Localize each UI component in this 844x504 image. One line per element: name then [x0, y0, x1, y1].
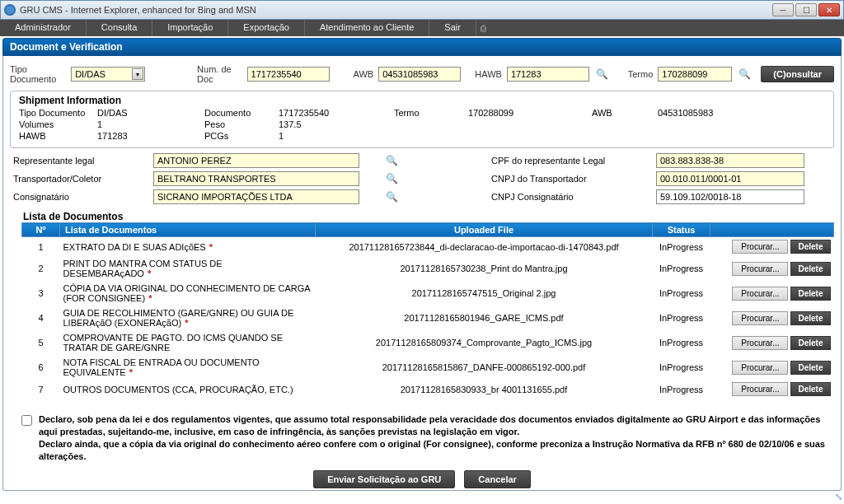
ship-documento-lbl: Documento	[204, 108, 279, 118]
search-icon[interactable]: 🔍	[386, 191, 398, 203]
status-cell: InProgress	[653, 380, 710, 399]
enviar-button[interactable]: Enviar Solicitação ao GRU	[313, 470, 455, 488]
consignatario-label: Consignatário	[13, 192, 153, 202]
uploaded-file: 20171128165809374_Comprovante_Pagto_ICMS…	[316, 330, 653, 355]
delete-button[interactable]: Delete	[790, 311, 830, 325]
menu-administrador[interactable]: Administrador	[0, 20, 87, 36]
search-row: Tipo Documento DI/DAS ▾ Num. de Doc AWB …	[10, 61, 834, 91]
delete-button[interactable]: Delete	[790, 262, 830, 276]
termo-label: Termo	[628, 69, 654, 79]
num-doc-input[interactable]	[247, 67, 330, 82]
ship-pcgs-lbl: PCGs	[204, 131, 279, 141]
procurar-button[interactable]: Procurar...	[732, 287, 788, 301]
cnpj-consig-input[interactable]	[656, 189, 804, 204]
search-icon[interactable]: 🔍	[596, 68, 608, 80]
ship-volumes-val: 1	[97, 119, 204, 129]
window-maximize-button[interactable]: ☐	[795, 3, 817, 16]
document-name: PRINT DO MANTRA COM STATUS DE DESEMBARAç…	[60, 256, 316, 281]
uploaded-file: 20171128165730238_Print do Mantra.jpg	[316, 256, 653, 281]
transportador-input[interactable]	[153, 171, 359, 186]
uploaded-file: 20171128165830933_br 4001131655.pdf	[316, 380, 653, 399]
menu-atendimento[interactable]: Atendimento ao Cliente	[305, 20, 429, 36]
delete-button[interactable]: Delete	[790, 382, 830, 396]
col-lista: Lista de Documentos	[60, 223, 316, 237]
document-name: NOTA FISCAL DE ENTRADA OU DOCUMENTO EQUI…	[60, 355, 316, 380]
status-cell: InProgress	[653, 237, 710, 257]
search-icon[interactable]: 🔍	[386, 173, 398, 184]
procurar-button[interactable]: Procurar...	[732, 336, 788, 350]
cpf-input[interactable]	[656, 153, 804, 168]
delete-button[interactable]: Delete	[790, 240, 830, 254]
ship-tipodoc-lbl: Tipo Documento	[19, 108, 97, 118]
col-status: Status	[653, 223, 710, 237]
procurar-button[interactable]: Procurar...	[732, 262, 788, 276]
menu-sair[interactable]: Sair	[429, 20, 476, 36]
transportador-label: Transportador/Coletor	[13, 174, 153, 184]
awb-input[interactable]	[378, 67, 461, 82]
window-title: GRU CMS - Internet Explorer, enhanced fo…	[20, 5, 772, 15]
cpf-label: CPF do representante Legal	[491, 156, 656, 166]
procurar-button[interactable]: Procurar...	[732, 240, 788, 254]
consultar-button[interactable]: (C)onsultar	[761, 66, 834, 82]
document-name: GUIA DE RECOLHIMENTO (GARE/GNRE) OU GUIA…	[60, 306, 316, 330]
uploaded-file: 20171128165747515_Original 2.jpg	[316, 281, 653, 306]
table-row: 4GUIA DE RECOLHIMENTO (GARE/GNRE) OU GUI…	[22, 306, 834, 330]
consignatario-input[interactable]	[153, 189, 359, 204]
delete-button[interactable]: Delete	[790, 287, 830, 301]
procurar-button[interactable]: Procurar...	[732, 311, 788, 325]
document-name: OUTROS DOCUMENTOS (CCA, PROCURAÇÃO, ETC.…	[60, 380, 316, 399]
status-cell: InProgress	[653, 355, 710, 380]
document-name: CÓPIA DA VIA ORIGINAL DO CONHECIMENTO DE…	[60, 281, 316, 306]
termo-input[interactable]	[658, 67, 732, 82]
cancelar-button[interactable]: Cancelar	[464, 470, 530, 488]
tipo-documento-label: Tipo Documento	[10, 64, 66, 84]
delete-button[interactable]: Delete	[790, 336, 830, 350]
search-icon[interactable]: 🔍	[386, 155, 398, 166]
ship-pcgs-val: 1	[279, 131, 394, 141]
main-panel: Tipo Documento DI/DAS ▾ Num. de Doc AWB …	[2, 56, 842, 491]
required-asterisk: *	[129, 367, 133, 377]
menu-importacao[interactable]: Importação	[152, 20, 228, 36]
rep-legal-input[interactable]	[153, 153, 359, 168]
hawb-input[interactable]	[507, 67, 589, 82]
required-asterisk: *	[148, 293, 152, 303]
print-icon[interactable]: ⎙	[476, 20, 491, 36]
panel-header: Document e Verification	[2, 38, 842, 56]
tipo-documento-select[interactable]: DI/DAS	[71, 67, 145, 82]
declaration-checkbox[interactable]	[21, 415, 32, 426]
declaration-box: Declaro, sob pena da lei e dos regulamen…	[21, 413, 826, 462]
menu-exportacao[interactable]: Exportação	[228, 20, 305, 36]
declaration-text: Declaro, sob pena da lei e dos regulamen…	[39, 413, 826, 462]
required-asterisk: *	[185, 318, 188, 328]
window-minimize-button[interactable]: ─	[772, 3, 794, 16]
window-titlebar: GRU CMS - Internet Explorer, enhanced fo…	[0, 0, 844, 20]
delete-button[interactable]: Delete	[790, 361, 830, 375]
cnpj-transp-label: CNPJ do Transportador	[491, 174, 656, 184]
required-asterisk: *	[148, 268, 151, 278]
ship-peso-lbl: Peso	[204, 119, 279, 129]
resize-grip-icon[interactable]: ⤡	[835, 492, 842, 502]
table-row: 6NOTA FISCAL DE ENTRADA OU DOCUMENTO EQU…	[22, 355, 834, 380]
col-file: Uploaded File	[316, 223, 653, 237]
required-asterisk: *	[209, 242, 213, 252]
rep-legal-label: Representante legal	[13, 156, 153, 166]
ship-awb-lbl: AWB	[592, 108, 658, 118]
bottom-buttons: Enviar Solicitação ao GRU Cancelar	[10, 470, 834, 488]
representatives-grid: Representante legal 🔍 CPF do representan…	[13, 153, 834, 204]
window-close-button[interactable]: ✕	[818, 3, 840, 16]
menu-consulta[interactable]: Consulta	[87, 20, 152, 36]
row-number: 1	[22, 237, 60, 257]
search-icon[interactable]: 🔍	[738, 68, 751, 80]
num-doc-label: Num. de Doc	[197, 64, 241, 84]
procurar-button[interactable]: Procurar...	[732, 361, 788, 375]
row-number: 5	[22, 330, 60, 355]
ship-hawb-lbl: HAWB	[19, 131, 97, 141]
status-cell: InProgress	[653, 330, 710, 355]
status-cell: InProgress	[653, 256, 710, 281]
ship-volumes-lbl: Volumes	[19, 119, 97, 129]
cnpj-transp-input[interactable]	[656, 171, 804, 186]
documents-table: Nº Lista de Documentos Uploaded File Sta…	[21, 222, 834, 399]
awb-label: AWB	[354, 69, 374, 79]
ship-hawb-val: 171283	[97, 131, 204, 141]
procurar-button[interactable]: Procurar...	[732, 382, 788, 396]
